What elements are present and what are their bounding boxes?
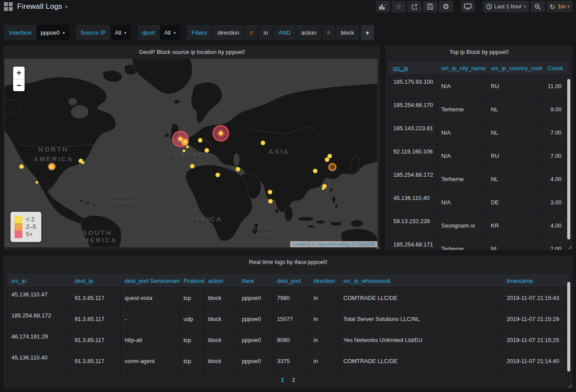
dport-select[interactable]: All ▾: [160, 25, 180, 40]
grafana-dashboard: { "nav": { "title": "Firewall Logs", "ti…: [0, 0, 576, 392]
refresh-picker[interactable]: ↻ 1m ▾: [547, 1, 572, 12]
interface-value: pppoe0: [41, 29, 60, 36]
map-marker-low[interactable]: [205, 148, 209, 153]
map-marker-low[interactable]: [36, 181, 38, 184]
map-marker-low[interactable]: [325, 157, 329, 162]
table-cell: pppoe0: [238, 330, 273, 350]
table-cell: 45.136.110.40: [389, 191, 437, 214]
map-marker-low[interactable]: [198, 138, 202, 143]
source-ip-select[interactable]: All ▾: [111, 25, 131, 40]
table-cell: 2.00: [542, 238, 569, 250]
column-header[interactable]: Count: [542, 61, 569, 75]
share-button[interactable]: [407, 1, 421, 12]
map-marker-medium[interactable]: [181, 138, 189, 146]
var-group-dport: dport All ▾: [137, 25, 180, 40]
filter-token-value[interactable]: block: [336, 25, 359, 40]
map-marker-low[interactable]: [82, 161, 84, 164]
table-row: 45.136.110.4091.3.85.117vsnm-agenttcpblo…: [7, 351, 569, 372]
column-header[interactable]: Protocol: [180, 274, 204, 287]
world-map-svg: [4, 59, 378, 247]
logs-panel-title[interactable]: Real time logs by iface:pppoe0: [4, 256, 572, 268]
map-marker-low[interactable]: [186, 146, 189, 148]
clock-icon: [486, 4, 492, 10]
column-header[interactable]: src_ip_country_code: [487, 61, 542, 75]
map-panel-title[interactable]: GeoIP Block source ip location by pppoe0: [4, 46, 380, 58]
table-cell: 7.00: [542, 121, 569, 144]
table-cell: 46.174.191.29: [7, 330, 71, 350]
add-filter-button[interactable]: +: [361, 25, 374, 40]
filter-token-key[interactable]: action: [296, 25, 321, 40]
map-marker-high[interactable]: [212, 125, 229, 142]
filter-token-key[interactable]: direction: [213, 25, 244, 40]
column-header[interactable]: dest_port: [273, 274, 310, 287]
table-cell: Terherne: [437, 168, 487, 191]
column-header[interactable]: src_ip: [389, 61, 437, 75]
table-cell: Yes Networks Unlimited Ltd/EU: [339, 330, 503, 350]
column-header[interactable]: direction: [310, 274, 339, 287]
dashboards-grid-icon[interactable]: [4, 2, 13, 11]
table-cell: COMTRADE LLC/DE: [339, 288, 503, 308]
map-marker-low[interactable]: [183, 150, 185, 152]
column-header[interactable]: src_ip_whoisresult: [339, 274, 503, 287]
map-zoom-out-button[interactable]: −: [13, 79, 25, 91]
column-header[interactable]: dest_ip: [71, 274, 121, 287]
leaflet-link[interactable]: Leaflet: [293, 242, 307, 247]
table-cell: 9.00: [542, 98, 569, 121]
zoom-out-time-button[interactable]: [531, 1, 545, 12]
filter-token-op[interactable]: =: [245, 25, 258, 40]
map-zoom-in-button[interactable]: +: [13, 67, 25, 79]
column-header[interactable]: action: [204, 274, 238, 287]
scrollbar-thumb[interactable]: [567, 282, 570, 371]
map-marker-low[interactable]: [268, 190, 272, 194]
map-marker-low[interactable]: [190, 164, 194, 168]
map-marker-low[interactable]: [236, 167, 240, 171]
table-cell: Seongnam-si: [437, 214, 487, 237]
top-table-panel-title[interactable]: Top ip Block by pppoe0: [385, 46, 572, 58]
openstreetmap-link[interactable]: © OpenStreetMap: [311, 242, 350, 247]
settings-button[interactable]: ⚙: [439, 1, 453, 12]
cartodb-link[interactable]: © CartoDB: [352, 242, 375, 247]
filter-token-op[interactable]: =: [322, 25, 335, 40]
filter-token-cond[interactable]: AND: [274, 25, 295, 40]
monitor-icon: [464, 4, 472, 10]
legend-label: 2–5: [26, 223, 36, 231]
dashboard-title-caret-icon[interactable]: ▾: [65, 4, 68, 9]
map-marker-medium[interactable]: [328, 163, 337, 171]
legend-swatch: [14, 223, 22, 231]
save-button[interactable]: [423, 1, 437, 12]
top-ip-table: src_ipsrc_ip_city_namesrc_ip_country_cod…: [389, 61, 569, 250]
world-map[interactable]: NORTHAMERICASOUTHAMERICAEUROPEASIAAFRICA…: [4, 59, 378, 247]
column-header[interactable]: iface: [238, 274, 273, 287]
panel-resize-handle[interactable]: [568, 245, 572, 249]
panel-resize-handle[interactable]: [568, 384, 572, 388]
column-header[interactable]: timestamp: [503, 274, 569, 287]
add-panel-button[interactable]: [376, 1, 390, 12]
filter-token-value[interactable]: in: [259, 25, 273, 40]
map-marker-low[interactable]: [268, 199, 273, 203]
column-header[interactable]: src_ip: [7, 274, 71, 287]
map-marker-medium[interactable]: [48, 163, 55, 171]
table-cell: 2019-11-07 21:15:25: [503, 330, 569, 350]
scrollbar-thumb[interactable]: [567, 79, 570, 239]
star-button[interactable]: ☆: [392, 1, 406, 12]
map-marker-low[interactable]: [322, 187, 324, 190]
page-link-1[interactable]: 1: [281, 377, 284, 383]
column-header[interactable]: src_ip_city_name: [437, 61, 487, 75]
map-marker-low[interactable]: [19, 164, 24, 169]
table-cell: 11.00: [542, 75, 569, 98]
column-header[interactable]: dest_port Servicename: [121, 274, 180, 287]
table-row: 185.175.93.100N/ARU11.00: [389, 75, 569, 98]
table-cell: tcp: [180, 330, 204, 350]
map-marker-low[interactable]: [313, 169, 317, 173]
map-marker-low[interactable]: [261, 141, 265, 145]
save-icon: [427, 4, 433, 10]
table-cell: Terherne: [437, 238, 487, 250]
tv-mode-button[interactable]: [461, 1, 475, 12]
time-range-picker[interactable]: Last 1 hour ▾: [483, 1, 529, 12]
page-link-2[interactable]: 2: [292, 377, 295, 383]
interface-select[interactable]: pppoe0 ▾: [36, 25, 69, 40]
table-cell: 2019-11-07 21:14:40: [503, 351, 569, 371]
table-cell: -: [121, 309, 180, 329]
map-marker-low[interactable]: [216, 173, 220, 177]
dashboard-title[interactable]: Firewall Logs: [17, 2, 62, 11]
